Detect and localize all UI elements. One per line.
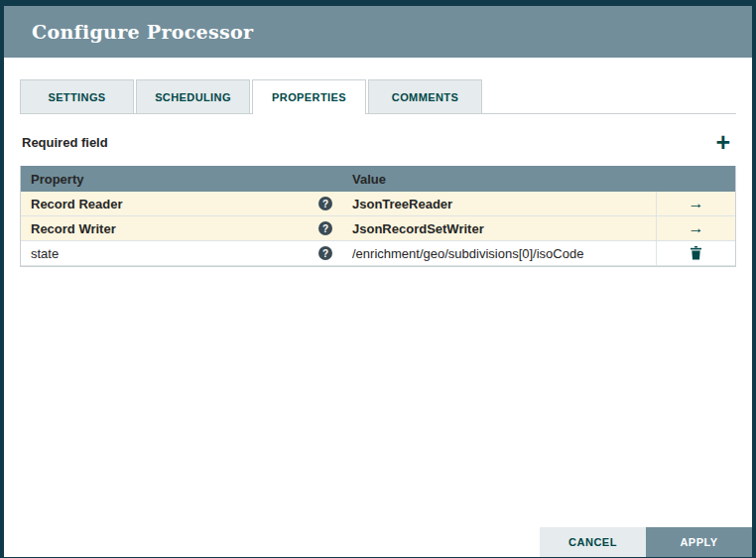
tab-settings[interactable]: SETTINGS bbox=[20, 79, 134, 113]
table-row: Record Reader ? JsonTreeReader → bbox=[21, 192, 735, 216]
column-header-actions bbox=[656, 166, 735, 192]
dialog-header: Configure Processor bbox=[4, 6, 752, 58]
property-value: JsonRecordSetWriter bbox=[352, 221, 484, 236]
properties-table: Property Value Record Reader ? JsonTreeR… bbox=[20, 166, 736, 267]
add-property-button[interactable]: + bbox=[711, 132, 734, 152]
table-row: Record Writer ? JsonRecordSetWriter → bbox=[21, 216, 735, 241]
table-body: Record Reader ? JsonTreeReader → Record … bbox=[21, 192, 735, 266]
table-subheader: Required field + bbox=[22, 130, 734, 154]
row-action-cell bbox=[656, 241, 735, 265]
table-row: state ? /enrichment/geo/subdivisions[0]/… bbox=[21, 241, 735, 266]
row-action-cell: → bbox=[656, 216, 735, 240]
tab-bar: SETTINGS SCHEDULING PROPERTIES COMMENTS bbox=[20, 79, 736, 114]
tab-comments[interactable]: COMMENTS bbox=[368, 79, 482, 113]
question-glyph: ? bbox=[322, 248, 328, 259]
property-value-cell[interactable]: /enrichment/geo/subdivisions[0]/isoCode bbox=[342, 241, 656, 265]
apply-button-label: APPLY bbox=[680, 536, 717, 548]
column-header-value: Value bbox=[342, 166, 656, 192]
tab-settings-label: SETTINGS bbox=[48, 91, 105, 103]
question-glyph: ? bbox=[322, 223, 328, 234]
property-value-cell[interactable]: JsonRecordSetWriter bbox=[342, 216, 656, 240]
question-glyph: ? bbox=[322, 199, 328, 209]
arrow-glyph: → bbox=[689, 219, 704, 236]
tab-scheduling[interactable]: SCHEDULING bbox=[136, 79, 250, 113]
table-header-row: Property Value bbox=[21, 166, 735, 192]
property-value: /enrichment/geo/subdivisions[0]/isoCode bbox=[352, 246, 583, 261]
property-name: Record Writer bbox=[31, 221, 116, 236]
delete-property-button[interactable] bbox=[690, 246, 702, 260]
row-action-cell: → bbox=[656, 192, 735, 215]
apply-button[interactable]: APPLY bbox=[646, 527, 752, 557]
tab-comments-label: COMMENTS bbox=[392, 91, 458, 103]
help-icon[interactable]: ? bbox=[318, 246, 332, 260]
dialog-title: Configure Processor bbox=[32, 21, 253, 43]
column-header-property: Property bbox=[21, 166, 342, 192]
required-field-label: Required field bbox=[22, 135, 108, 150]
property-name-cell: Record Reader ? bbox=[21, 192, 342, 215]
help-icon[interactable]: ? bbox=[318, 221, 332, 235]
tab-properties[interactable]: PROPERTIES bbox=[252, 79, 366, 113]
tab-scheduling-label: SCHEDULING bbox=[155, 91, 231, 103]
property-name: Record Reader bbox=[31, 197, 122, 211]
trash-icon bbox=[690, 246, 702, 260]
property-value-cell[interactable]: JsonTreeReader bbox=[342, 192, 656, 215]
property-name: state bbox=[31, 246, 59, 261]
go-to-service-icon[interactable]: → bbox=[689, 220, 704, 236]
tab-properties-label: PROPERTIES bbox=[272, 91, 346, 103]
help-icon[interactable]: ? bbox=[318, 197, 332, 210]
property-value: JsonTreeReader bbox=[352, 197, 452, 211]
dialog-body: SETTINGS SCHEDULING PROPERTIES COMMENTS … bbox=[4, 58, 752, 557]
configure-processor-dialog: Configure Processor SETTINGS SCHEDULING … bbox=[4, 6, 752, 557]
dialog-footer: CANCEL APPLY bbox=[540, 527, 752, 557]
property-name-cell: state ? bbox=[21, 241, 342, 265]
go-to-service-icon[interactable]: → bbox=[689, 196, 704, 211]
arrow-glyph: → bbox=[689, 195, 704, 211]
plus-icon: + bbox=[715, 128, 730, 156]
cancel-button[interactable]: CANCEL bbox=[540, 527, 646, 557]
property-name-cell: Record Writer ? bbox=[21, 216, 342, 240]
cancel-button-label: CANCEL bbox=[568, 536, 617, 548]
